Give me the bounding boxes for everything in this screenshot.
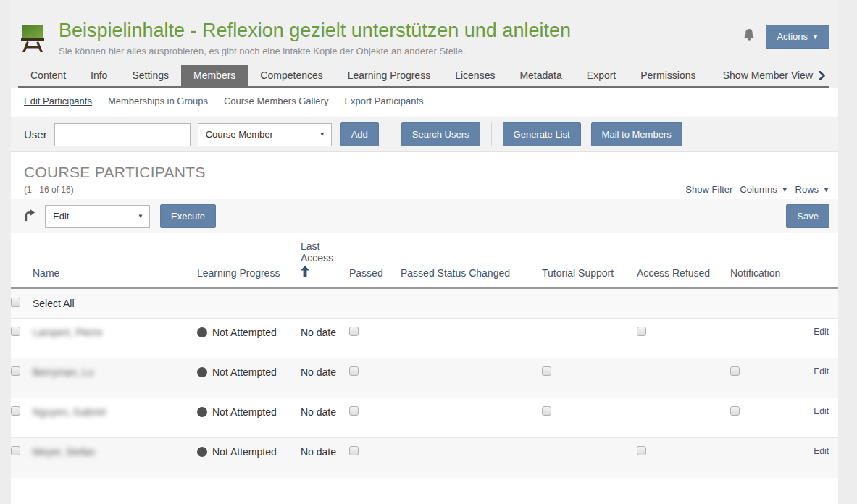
row-checkbox[interactable] [730, 366, 740, 376]
column-header-tutorial-support[interactable]: Tutorial Support [542, 233, 637, 288]
passed-status-changed-value [401, 358, 542, 398]
sort-ascending-icon[interactable] [301, 266, 345, 279]
column-header-access-refused[interactable]: Access Refused [637, 233, 730, 288]
last-access-value: No date [301, 398, 349, 438]
status-not-attempted-icon [197, 447, 207, 457]
learning-progress-status: Not Attempted [212, 446, 277, 458]
actions-button[interactable]: Actions▼ [766, 25, 829, 49]
learning-progress-status: Not Attempted [212, 406, 277, 418]
select-caret-icon: ▼ [319, 131, 325, 138]
status-not-attempted-icon [197, 367, 207, 377]
row-checkbox[interactable] [637, 446, 646, 455]
columns-dropdown[interactable]: Columns▼ [740, 184, 787, 195]
row-checkbox[interactable] [542, 366, 551, 376]
row-checkbox[interactable] [349, 327, 359, 336]
row-checkbox[interactable] [349, 446, 359, 455]
role-select[interactable]: Course Member ▼ [198, 123, 332, 146]
column-header-name[interactable]: Name [33, 233, 197, 288]
column-header-last-access[interactable]: Last Access [301, 233, 349, 288]
participants-section-head: COURSE PARTICIPANTS (1 - 16 of 16) Show … [11, 152, 838, 195]
select-row-checkbox[interactable] [11, 366, 20, 376]
tab-metadata[interactable]: Metadata [507, 65, 574, 86]
learning-progress-status: Not Attempted [212, 327, 277, 338]
course-icon [18, 23, 47, 56]
actions-button-label: Actions [777, 31, 808, 42]
participant-row: Nguyen, GabrielNot AttemptedNo dateEdit [11, 398, 838, 438]
subtab-bar: Edit Participants Memberships in Groups … [11, 88, 838, 114]
passed-status-changed-value [401, 398, 542, 438]
show-filter-link[interactable]: Show Filter [685, 184, 732, 195]
passed-status-changed-value [401, 438, 542, 478]
select-row-checkbox[interactable] [11, 446, 20, 455]
toolbar-separator [390, 122, 390, 146]
mail-to-members-button[interactable]: Mail to Members [591, 122, 682, 146]
tab-permissions[interactable]: Permissions [628, 65, 708, 86]
add-button[interactable]: Add [340, 122, 379, 146]
page-container: Beispielinhalte - Reflexion gezielt unte… [11, 0, 838, 504]
select-row-checkbox[interactable] [11, 327, 20, 336]
add-user-toolbar: User Course Member ▼ Add Search Users Ge… [11, 117, 838, 152]
rows-dropdown-label: Rows [795, 184, 819, 195]
column-header-passed[interactable]: Passed [349, 233, 401, 288]
show-member-view-label: Show Member View [723, 70, 813, 81]
tab-members[interactable]: Members [181, 65, 248, 86]
tab-learning-progress[interactable]: Learning Progress [335, 65, 443, 86]
bulk-action-row: Edit ▼ Execute Save [11, 199, 838, 233]
bulk-action-select-value: Edit [53, 211, 69, 222]
apply-to-selection-arrow-icon [22, 209, 36, 224]
passed-status-changed-value [401, 319, 542, 358]
status-not-attempted-icon [197, 407, 207, 417]
role-select-value: Course Member [206, 129, 273, 140]
tab-export[interactable]: Export [574, 65, 628, 86]
execute-button[interactable]: Execute [160, 204, 216, 228]
search-users-button[interactable]: Search Users [401, 122, 480, 146]
column-header-passed-status-changed[interactable]: Passed Status Changed [401, 233, 542, 288]
subtab-course-members-gallery[interactable]: Course Members Gallery [224, 96, 329, 106]
tab-licenses[interactable]: Licenses [443, 65, 507, 86]
select-all-checkbox[interactable] [11, 298, 20, 307]
tab-competences[interactable]: Competences [248, 65, 335, 86]
column-header-learning-progress[interactable]: Learning Progress [197, 233, 301, 288]
column-header-last-access-label: Last Access [301, 240, 333, 264]
subtab-edit-participants[interactable]: Edit Participants [24, 96, 92, 106]
participant-row: Meyer, StefanNot AttemptedNo dateEdit [11, 438, 838, 478]
chevron-down-icon: ▼ [812, 33, 819, 41]
participant-name: Nguyen, Gabriel [33, 406, 106, 418]
user-search-input[interactable] [54, 123, 191, 146]
edit-participant-link[interactable]: Edit [803, 406, 834, 416]
last-access-value: No date [301, 438, 349, 478]
show-member-view-link[interactable]: Show Member View [719, 65, 829, 86]
subtab-export-participants[interactable]: Export Participants [344, 96, 423, 106]
page-title: Beispielinhalte - Reflexion gezielt unte… [59, 19, 743, 43]
result-range-label: (1 - 16 of 16) [24, 185, 74, 195]
participant-row: Lampert, PierreNot AttemptedNo dateEdit [11, 319, 838, 358]
tab-info[interactable]: Info [78, 65, 120, 86]
edit-participant-link[interactable]: Edit [803, 366, 834, 377]
user-label: User [24, 128, 47, 140]
row-checkbox[interactable] [349, 406, 359, 416]
columns-dropdown-label: Columns [740, 184, 777, 195]
edit-participant-link[interactable]: Edit [803, 446, 834, 456]
tab-bar: Content Info Settings Members Competence… [18, 65, 829, 88]
chevron-down-icon: ▼ [823, 186, 829, 193]
rows-dropdown[interactable]: Rows▼ [795, 184, 829, 195]
row-checkbox[interactable] [542, 406, 551, 416]
edit-participant-link[interactable]: Edit [803, 327, 834, 337]
save-button[interactable]: Save [786, 204, 829, 228]
participant-name: Berryman, Lu [33, 366, 93, 378]
row-checkbox[interactable] [637, 327, 646, 336]
status-not-attempted-icon [197, 327, 207, 337]
tab-content[interactable]: Content [18, 65, 78, 86]
row-checkbox[interactable] [349, 366, 359, 376]
notification-bell-icon[interactable] [743, 28, 756, 45]
participant-row: Berryman, LuNot AttemptedNo dateEdit [11, 358, 838, 398]
row-checkbox[interactable] [730, 406, 740, 416]
column-header-notification[interactable]: Notification [730, 233, 803, 288]
learning-progress-status: Not Attempted [212, 366, 277, 378]
subtab-memberships-in-groups[interactable]: Memberships in Groups [108, 96, 208, 106]
tab-settings[interactable]: Settings [120, 65, 181, 86]
select-row-checkbox[interactable] [11, 406, 20, 416]
last-access-value: No date [301, 319, 349, 358]
bulk-action-select[interactable]: Edit ▼ [45, 205, 150, 228]
generate-list-button[interactable]: Generate List [503, 122, 581, 146]
